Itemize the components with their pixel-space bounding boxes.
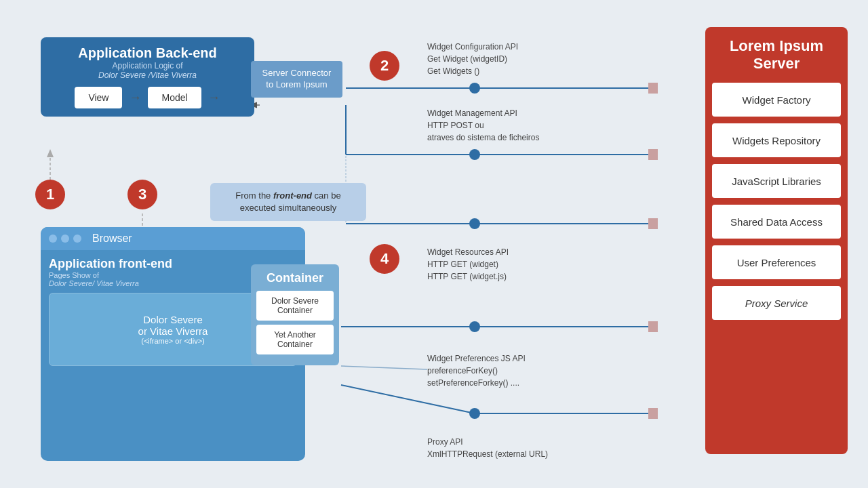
backend-subtitle: Application Logic of Dolor Severe /Vitae…	[49, 61, 246, 80]
svg-point-16	[469, 218, 480, 229]
server-box-shared-data-access: Shared Data Access	[712, 205, 841, 239]
svg-point-11	[469, 149, 480, 160]
api-label-4: Widget Preferences JS API preferenceForK…	[427, 352, 526, 389]
svg-rect-26	[648, 408, 658, 419]
badge-2: 2	[370, 51, 399, 81]
browser-label: Browser	[92, 232, 132, 245]
yet-another-container-box: Yet Another Container	[256, 325, 334, 354]
note-box: From the front-end can be executed simul…	[210, 183, 366, 221]
svg-line-23	[341, 385, 475, 413]
api-label-3: Widget Resources API HTTP GET (widget) H…	[427, 246, 509, 283]
view-model-row: View → Model →	[49, 87, 246, 108]
badge-1: 1	[35, 180, 65, 209]
badge-3: 3	[127, 180, 157, 209]
view-box: View	[75, 87, 122, 108]
browser-dot-2	[61, 235, 69, 243]
api-label-1: Widget Configuration API Get Widget (wid…	[427, 41, 518, 77]
browser-dot-3	[73, 235, 81, 243]
svg-line-27	[341, 366, 427, 369]
svg-point-24	[469, 408, 480, 419]
svg-rect-22	[648, 321, 658, 332]
model-box: Model	[148, 87, 201, 108]
diagram-container: Lorem Ipsum Server Widget Factory Widget…	[0, 0, 868, 488]
backend-title: Application Back-end	[49, 45, 246, 61]
browser-bar: Browser	[41, 227, 305, 250]
model-out-arrow: →	[208, 91, 220, 105]
container-panel: Container Dolor Severe Container Yet Ano…	[251, 264, 339, 365]
server-box-javascript-libraries: JavaScript Libraries	[712, 164, 841, 198]
backend-panel: Application Back-end Application Logic o…	[41, 37, 254, 117]
server-box-widget-factory: Widget Factory	[712, 83, 841, 117]
server-box-widgets-repository: Widgets Repository	[712, 123, 841, 157]
container-title: Container	[256, 271, 334, 285]
badge-4: 4	[370, 244, 399, 274]
server-panel: Lorem Ipsum Server Widget Factory Widget…	[705, 27, 848, 454]
server-connector-box: Server Connector to Lorem Ipsum	[251, 61, 342, 98]
svg-rect-13	[648, 149, 658, 160]
svg-point-20	[469, 321, 480, 332]
browser-dot-1	[49, 235, 57, 243]
svg-point-6	[469, 83, 480, 94]
server-title: Lorem Ipsum Server	[712, 37, 841, 73]
svg-rect-8	[648, 83, 658, 94]
api-label-5: Proxy API XmlHTTPRequest (external URL)	[427, 436, 548, 460]
svg-rect-18	[648, 218, 658, 229]
server-box-user-preferences: User Preferences	[712, 245, 841, 279]
view-to-model-arrow: →	[129, 91, 141, 105]
dolor-severe-container-box: Dolor Severe Container	[256, 291, 334, 321]
api-label-2: Widget Management API HTTP POST ou atrav…	[427, 107, 539, 144]
svg-marker-2	[47, 149, 54, 157]
server-box-proxy-service: Proxy Service	[712, 286, 841, 320]
